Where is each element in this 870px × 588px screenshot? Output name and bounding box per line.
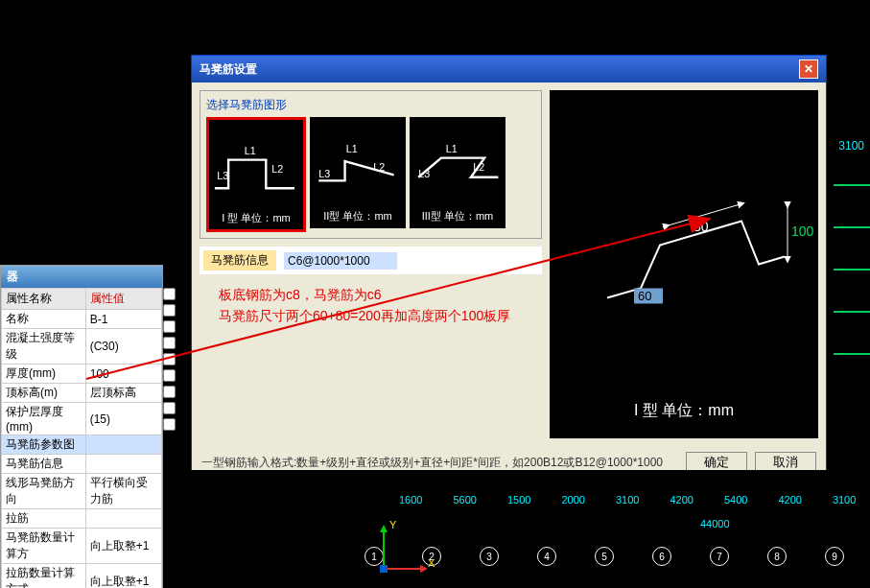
grid-bubble: 5 [595,547,614,566]
info-label: 马凳筋信息 [203,250,276,270]
shape-thumb-1[interactable]: L1L2L3I 型 单位：mm [206,117,306,232]
prop-name: 马凳筋信息 [2,455,86,474]
prop-value[interactable]: 100 [85,365,161,384]
prop-value[interactable]: 层顶标高 [85,384,161,403]
prop-row[interactable]: 拉筋 [2,509,162,529]
col-name: 属性名称 [2,289,86,310]
svg-text:L3: L3 [319,168,331,179]
dimension-value: 1500 [507,494,530,506]
svg-text:L1: L1 [446,143,458,154]
dimension-value: 2000 [561,494,584,506]
grid-bubble: 6 [652,547,671,566]
row-checkbox[interactable] [163,319,176,334]
row-checkbox[interactable] [163,385,176,399]
dimension-value: 4200 [670,494,693,506]
prop-row[interactable]: 混凝土强度等级(C30) [2,329,162,365]
prop-name: 马凳筋数量计算方 [2,529,86,564]
axis-y-label: Y [389,519,396,530]
prop-row[interactable]: 线形马凳筋方向平行横向受力筋 [2,474,162,509]
col-value: 属性值 [85,289,161,310]
thumb-caption: III型 单位：mm [422,209,494,223]
prop-value[interactable]: 平行横向受力筋 [85,474,161,509]
row-checkbox[interactable] [163,303,176,318]
svg-text:L3: L3 [419,168,431,179]
cad-drawing-area[interactable]: 160056001500200031004200540042003100 440… [182,470,870,588]
madeng-dialog: 马凳筋设置 ✕ 选择马凳筋图形 L1L2L3I 型 单位：mmL1L2L3II型… [191,55,827,480]
prop-value[interactable]: 向上取整+1 [85,529,161,564]
prop-name: 保护层厚度(mm) [2,403,86,435]
format-hint: 一型钢筋输入格式:数量+级别+直径或级别+直径+间距*间距，如200B12或B1… [201,455,678,471]
svg-text:100: 100 [791,223,814,239]
property-table[interactable]: 属性名称属性值 名称B-1混凝土强度等级(C30)厚度(mm)100顶标高(m)… [1,288,162,588]
prop-name: 混凝土强度等级 [2,329,86,365]
prop-value[interactable]: 向上取整+1 [85,564,161,589]
dimension-value: 4200 [778,494,801,506]
row-checkbox[interactable] [163,417,176,432]
shape-thumb-2[interactable]: L1L2L3II型 单位：mm [310,117,406,228]
prop-value[interactable]: (15) [85,403,161,435]
dimension-row: 160056001500200031004200540042003100 [384,494,870,506]
dialog-titlebar[interactable]: 马凳筋设置 ✕ [192,56,826,82]
annotation-notes: 板底钢筋为c8，马凳筋为c6 马凳筋尺寸两个60+80=200再加高度两个100… [200,274,542,438]
svg-text:L2: L2 [272,163,284,175]
grid-bubble: 4 [537,547,556,566]
dimension-value: 3100 [616,494,639,506]
axis-x-label: X [428,557,435,569]
row-checkbox[interactable] [163,336,176,350]
prop-name: 马凳筋参数图 [2,435,86,455]
prop-name: 线形马凳筋方向 [2,474,86,509]
prop-row[interactable]: 马凳筋参数图 [2,435,162,455]
group-label: 选择马凳筋图形 [206,97,535,113]
prop-row[interactable]: 马凳筋数量计算方向上取整+1 [2,529,162,564]
prop-row[interactable]: 保护层厚度(mm)(15) [2,403,162,435]
info-row: 马凳筋信息 C6@1000*1000 [200,247,542,274]
prop-name: 厚度(mm) [2,365,86,384]
dimension-value: 3100 [833,494,856,506]
dimension-value: 1600 [399,494,422,506]
checkbox-column [163,285,180,434]
prop-value[interactable]: (C30) [85,329,161,365]
svg-text:60: 60 [638,289,651,303]
prop-value[interactable] [85,455,161,474]
grid-bubble: 9 [825,547,844,566]
thumb-caption: II型 单位：mm [323,209,392,223]
svg-text:L1: L1 [346,143,358,154]
grid-bubbles: 12345678910 [364,547,870,566]
row-checkbox[interactable] [163,352,176,366]
prop-row[interactable]: 顶标高(m)层顶标高 [2,384,162,403]
row-checkbox[interactable] [163,287,176,301]
prop-name: 顶标高(m) [2,384,86,403]
prop-name: 拉筋数量计算方式 [2,564,86,589]
shape-thumb-3[interactable]: L1L2L3III型 单位：mm [410,117,506,228]
prop-name: 拉筋 [2,509,86,529]
prop-row[interactable]: 马凳筋信息 [2,455,162,474]
prop-name: 名称 [2,310,86,329]
grid-bubble: 3 [480,547,499,566]
dimension-value: 5600 [453,494,476,506]
close-icon: ✕ [804,62,813,76]
grid-lines [834,144,870,395]
prop-header: 器 [1,266,162,288]
dimension-value: 5400 [724,494,747,506]
grid-bubble: 7 [710,547,729,566]
svg-text:L1: L1 [245,145,256,156]
prop-row[interactable]: 厚度(mm)100 [2,365,162,384]
prop-value[interactable] [85,509,161,529]
dialog-title: 马凳筋设置 [200,61,257,78]
prop-row[interactable]: 拉筋数量计算方式向上取整+1 [2,564,162,589]
close-button[interactable]: ✕ [799,59,818,79]
prop-row[interactable]: 名称B-1 [2,310,162,329]
thumb-caption: I 型 单位：mm [222,211,291,225]
prop-value[interactable]: B-1 [85,310,161,329]
info-value-input[interactable]: C6@1000*1000 [284,252,397,270]
note-line-1: 板底钢筋为c8，马凳筋为c6 [219,284,523,305]
dimension-total: 44000 [700,518,730,529]
row-checkbox[interactable] [163,401,176,415]
thumbnail-row: L1L2L3I 型 单位：mmL1L2L3II型 单位：mmL1L2L3III型… [206,117,535,232]
shape-group: 选择马凳筋图形 L1L2L3I 型 单位：mmL1L2L3II型 单位：mmL1… [200,90,542,239]
row-checkbox[interactable] [163,368,176,383]
svg-rect-18 [380,565,388,573]
prop-value[interactable] [85,435,161,455]
preview-caption: I 型 单位：mm [550,401,818,421]
note-line-2: 马凳筋尺寸两个60+80=200再加高度两个100板厚 [219,305,523,326]
